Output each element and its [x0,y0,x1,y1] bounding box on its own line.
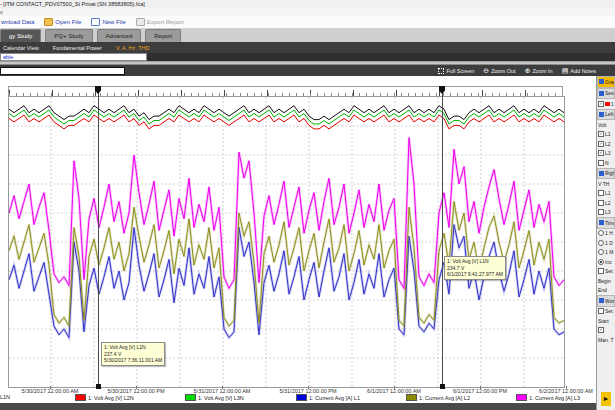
trend-plot[interactable] [9,97,564,387]
tab-advanced[interactable]: Advanced [97,29,142,42]
plot-area[interactable] [8,96,565,388]
panel-volt[interactable]: Volt [597,120,615,130]
panel-l1[interactable]: ✓L1 [597,130,615,140]
legend-item-1-volt-avg-v-l3n[interactable]: 1: Volt Avg [V] L3N [185,394,244,401]
new-file-icon [91,18,100,26]
panel-time[interactable]: Time [597,217,615,229]
panel-label: L1 [605,131,611,137]
viewbar-item-fundamental-power[interactable]: Fundamental Power [53,45,102,51]
panel-set-[interactable]: Set: [597,267,615,277]
checkbox-icon[interactable]: ✓ [598,141,604,147]
zoom-out-button[interactable]: ⊖Zoom Out [483,67,515,74]
checkbox-icon[interactable] [598,209,604,215]
wnload-data-button[interactable]: wnload Data [1,19,34,25]
panel-grap[interactable]: Grap [597,76,615,88]
panel-label: V TH [598,181,609,187]
bottom-strip [0,403,596,410]
legend-item-1-current-avg-a-l3[interactable]: 1: Current Avg [A] L3 [516,394,580,401]
panel-l3[interactable]: ✓L3 [597,149,615,159]
toolbar-button-label: New File [102,19,125,25]
scroll-right-marker[interactable]: ► [601,392,611,406]
checkbox-icon[interactable] [598,268,604,274]
cursor-line[interactable] [442,88,443,387]
new-file-button[interactable]: New File [91,18,125,26]
panel-l3[interactable]: L3 [597,208,615,218]
tab-pq-study[interactable]: PQ+ Study [45,29,92,42]
tab-gy-study[interactable]: gy Study [0,29,41,42]
panel-sess[interactable]: Sess [597,88,615,100]
panel-label: Volt [598,122,606,128]
panel-label: Inc [605,259,612,265]
panel-label: Start [598,318,609,324]
checkbox-icon[interactable] [598,190,604,196]
zoom-in-icon: ⊕ [525,67,531,74]
checkbox-icon[interactable]: ✓ [598,327,604,333]
legend-item-1-volt-avg-v-l2n[interactable]: 1: Volt Avg [V] L2N [75,394,134,401]
full-screen-button[interactable]: Full Screen [438,68,474,74]
legend-item-1-current-avg-a-l2[interactable]: 1: Current Avg [A] L2 [406,394,470,401]
series-swatch [605,102,610,106]
checkbox-icon[interactable] [598,308,604,314]
checkbox-icon[interactable] [598,160,604,166]
command-button-label: Add Notes [570,68,596,74]
checkbox-icon[interactable] [598,200,604,206]
settings-panel: GrapSess✓1LeftVolt✓L1✓L2✓L3NRighV THL1L2… [596,76,615,410]
panel-end[interactable]: End [597,286,615,296]
export-report-button[interactable]: Export Report [136,18,184,26]
viewbar-item-v-a-hz-thd[interactable]: V, A, Hz, THD [116,45,150,51]
legend-item-1-current-avg-a-l1[interactable]: 1: Current Avg [A] L1 [296,394,360,401]
panel-l2[interactable]: ✓L2 [597,139,615,149]
tab-report[interactable]: Report [145,29,181,42]
panel-set-[interactable]: Set: [597,307,615,317]
cursor-line[interactable] [98,88,99,387]
panel-label: 1 M [605,249,613,255]
open-file-button[interactable]: Open File [44,18,81,26]
chart-top-ruler[interactable] [8,86,563,96]
legend-item-l1n[interactable]: L1N [0,394,10,400]
panel-section-icon [599,112,604,117]
panel-begin[interactable]: Begin [597,276,615,286]
cursor-tooltip: 1: Volt Avg [V] L1N234.7 V6/1/2017 9:41:… [444,256,506,280]
panel-l1[interactable]: L1 [597,189,615,199]
panel-work[interactable]: Work [597,295,615,307]
panel-1-d[interactable]: 1 D [597,238,615,248]
panel-label: Time [605,220,615,226]
panel-v-th[interactable]: V TH [597,179,615,189]
command-button-label: Full Screen [446,68,474,74]
checkbox-icon[interactable]: ✓ [598,131,604,137]
panel-n[interactable]: N [597,158,615,168]
toolbar-button-label: Open File [55,19,81,25]
radio-icon[interactable] [598,230,604,236]
add-notes-button[interactable]: ▤Add Notes [562,67,596,74]
panel-1-h[interactable]: 1 H [597,229,615,239]
tab-bar: gy StudyPQ+ StudyAdvancedReport [0,28,615,42]
radio-icon[interactable] [598,259,604,265]
legend-label: L1N [0,394,10,400]
toolbar-button-label: wnload Data [1,19,34,25]
panel-label: 1 H [605,230,613,236]
panel-l2[interactable]: L2 [597,198,615,208]
panel-start[interactable]: Start [597,316,615,326]
checkbox-icon[interactable]: ✓ [598,150,604,156]
toolbar-button-label: Export Report [147,19,184,25]
legend-swatch [185,394,196,401]
x-axis-tick [566,386,567,389]
panel-1[interactable]: ✓1 [597,99,615,109]
panel-section-icon [599,91,604,96]
panel-label: Set: [605,308,614,314]
panel-righ[interactable]: Righ [597,168,615,180]
view-bar: Calendar ViewFundamental PowerV, A, Hz, … [0,42,615,53]
panel-item[interactable]: ✓ [597,326,615,336]
panel-man-t[interactable]: Man. T [597,335,615,345]
radio-icon[interactable] [598,249,604,255]
panel-1-m[interactable]: 1 M [597,248,615,258]
add-notes-icon: ▤ [562,67,569,74]
panel-inc[interactable]: Inc [597,257,615,267]
filter-dropdown[interactable]: able [0,53,147,61]
command-input[interactable] [0,67,125,75]
checkbox-icon[interactable]: ✓ [598,101,604,107]
zoom-in-button[interactable]: ⊕Zoom In [525,67,553,74]
radio-icon[interactable] [598,240,604,246]
viewbar-item-calendar-view[interactable]: Calendar View [3,45,39,51]
panel-left[interactable]: Left [597,109,615,121]
